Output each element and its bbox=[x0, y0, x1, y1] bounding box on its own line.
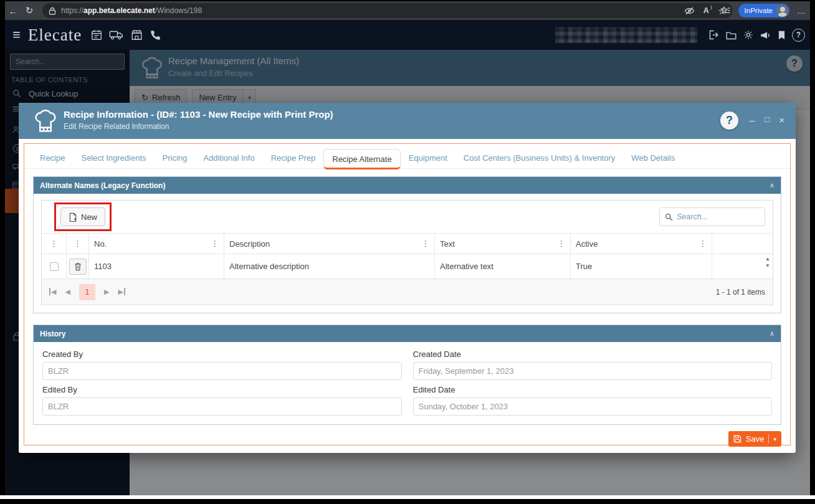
edited-date-input[interactable] bbox=[413, 397, 773, 416]
url-domain: app.beta.elecate.net bbox=[83, 6, 155, 15]
tab-select-ingredients[interactable]: Select Ingredients bbox=[73, 148, 154, 168]
button-divider bbox=[768, 434, 769, 444]
spinner-up-icon[interactable]: ▲ bbox=[765, 257, 770, 262]
column-menu-icon[interactable]: ⋮ bbox=[74, 239, 82, 248]
grid-search-input[interactable] bbox=[677, 212, 760, 221]
browser-refresh-icon[interactable]: ↻ bbox=[21, 5, 37, 16]
tab-equipment[interactable]: Equipment bbox=[401, 148, 455, 168]
trash-icon bbox=[74, 262, 82, 271]
modal-help-button[interactable]: ? bbox=[720, 112, 738, 130]
created-date-input[interactable] bbox=[413, 362, 773, 380]
browser-menu-icon[interactable]: … bbox=[797, 6, 806, 16]
browser-chrome: ← ↻ https://app.beta.elecate.net/Windows… bbox=[5, 1, 810, 20]
sign-out-icon[interactable] bbox=[708, 29, 720, 40]
pager-first-icon[interactable]: ◀ bbox=[49, 288, 56, 296]
column-header-active[interactable]: Active bbox=[576, 239, 598, 249]
inprivate-label: InPrivate bbox=[745, 7, 773, 14]
column-menu-icon[interactable]: ⋮ bbox=[211, 239, 219, 248]
collections-icon[interactable] bbox=[720, 6, 731, 16]
column-header-no[interactable]: No. bbox=[94, 239, 107, 249]
browser-window: ← ↻ https://app.beta.elecate.net/Windows… bbox=[5, 1, 810, 495]
row-checkbox[interactable] bbox=[50, 262, 59, 271]
collapse-chevron-icon[interactable]: ∧ bbox=[770, 181, 774, 189]
column-menu-icon[interactable]: ⋮ bbox=[699, 239, 707, 248]
alternate-names-panel-header[interactable]: Alternate Names (Legacy Function) ∧ bbox=[34, 177, 781, 194]
url-text[interactable]: https://app.beta.elecate.net/Windows/198 bbox=[61, 6, 684, 15]
history-panel-header[interactable]: History ∧ bbox=[34, 325, 781, 342]
read-aloud-icon[interactable]: A bbox=[703, 6, 709, 15]
field-label: Created Date bbox=[413, 349, 773, 359]
delete-row-button[interactable] bbox=[69, 259, 87, 275]
table-row[interactable]: 1103 Alternative description Alternative… bbox=[42, 254, 773, 278]
pager-page-1[interactable]: 1 bbox=[79, 284, 95, 300]
panel-title: History bbox=[40, 330, 65, 338]
megaphone-icon[interactable] bbox=[760, 30, 771, 40]
tab-recipe-prep[interactable]: Recipe Prep bbox=[263, 148, 324, 168]
column-menu-icon[interactable]: ⋮ bbox=[422, 239, 429, 248]
tab-pricing[interactable]: Pricing bbox=[155, 148, 196, 168]
cell-text: Alternative text bbox=[440, 262, 493, 271]
app-navbar: ≡ Elecate bbox=[5, 20, 810, 50]
help-icon[interactable]: ? bbox=[792, 29, 805, 42]
column-menu-icon[interactable]: ⋮ bbox=[50, 239, 58, 248]
search-icon bbox=[665, 213, 673, 221]
pager-prev-icon[interactable]: ◀ bbox=[65, 288, 70, 296]
new-page-icon bbox=[69, 212, 77, 222]
new-button[interactable]: New bbox=[60, 207, 105, 226]
tracking-prevention-icon[interactable] bbox=[684, 6, 695, 16]
browser-back-icon[interactable]: ← bbox=[5, 6, 21, 16]
alternate-names-panel: Alternate Names (Legacy Function) ∧ New bbox=[33, 176, 781, 313]
save-button-label: Save bbox=[746, 434, 765, 444]
bookmark-icon[interactable] bbox=[777, 30, 786, 40]
grid-pager: ◀ ◀ 1 ▶ ▶ 1 - 1 of 1 items bbox=[42, 278, 773, 305]
cell-no: 1103 bbox=[94, 262, 112, 271]
menu-hamburger-icon[interactable]: ≡ bbox=[12, 27, 21, 43]
gear-icon[interactable] bbox=[743, 29, 754, 40]
pager-info: 1 - 1 of 1 items bbox=[716, 288, 765, 297]
storefront-icon[interactable] bbox=[130, 29, 143, 41]
pager-last-icon[interactable]: ▶ bbox=[118, 288, 125, 296]
annotation-highlight-box: New bbox=[54, 202, 112, 231]
save-dropdown-caret-icon[interactable]: ▾ bbox=[773, 436, 776, 442]
tab-recipe[interactable]: Recipe bbox=[32, 148, 73, 168]
floppy-save-icon bbox=[733, 435, 741, 443]
tab-strip: Recipe Select Ingredients Pricing Additi… bbox=[24, 144, 790, 169]
delivery-truck-icon[interactable] bbox=[109, 29, 124, 41]
grid-search-box[interactable] bbox=[659, 207, 765, 226]
new-button-label: New bbox=[81, 212, 97, 222]
column-menu-icon[interactable]: ⋮ bbox=[558, 239, 565, 248]
created-by-input[interactable] bbox=[42, 362, 402, 380]
modal-maximize-icon[interactable]: □ bbox=[765, 115, 770, 124]
site-lock-icon[interactable] bbox=[49, 7, 56, 15]
column-header-description[interactable]: Description bbox=[229, 239, 270, 249]
edited-by-input[interactable] bbox=[42, 397, 402, 416]
column-header-text[interactable]: Text bbox=[440, 239, 455, 249]
save-row: Save ▾ bbox=[24, 425, 790, 447]
tab-additional-info[interactable]: Additional Info bbox=[195, 148, 262, 168]
tab-cost-centers[interactable]: Cost Centers (Business Units) & Inventor… bbox=[455, 148, 623, 168]
modal-header[interactable]: Recipe Information - (ID#: 1103 - New Re… bbox=[19, 103, 796, 139]
modal-minimize-icon[interactable]: – bbox=[750, 115, 755, 125]
phone-icon[interactable] bbox=[150, 29, 161, 41]
pager-next-icon[interactable]: ▶ bbox=[104, 288, 109, 296]
modal-close-icon[interactable]: × bbox=[779, 115, 784, 125]
folder-icon[interactable] bbox=[725, 30, 737, 40]
collapse-chevron-icon[interactable]: ∧ bbox=[770, 330, 774, 338]
inprivate-badge[interactable]: InPrivate bbox=[738, 4, 789, 17]
address-bar[interactable]: https://app.beta.elecate.net/Windows/198… bbox=[42, 3, 733, 18]
redacted-username bbox=[555, 27, 697, 43]
scroll-spinner[interactable]: ▲ ▼ bbox=[765, 257, 770, 269]
url-scheme: https:// bbox=[61, 6, 83, 15]
save-button[interactable]: Save ▾ bbox=[728, 431, 781, 447]
spinner-down-icon[interactable]: ▼ bbox=[765, 264, 770, 269]
cell-active: True bbox=[576, 262, 592, 271]
tab-recipe-alternate[interactable]: Recipe Alternate bbox=[323, 149, 400, 169]
field-created-by: Created By bbox=[42, 349, 402, 380]
field-label: Created By bbox=[42, 349, 402, 359]
tab-web-details[interactable]: Web Details bbox=[623, 148, 683, 168]
modal-content: Recipe Select Ingredients Pricing Additi… bbox=[24, 143, 791, 445]
field-label: Edited Date bbox=[413, 385, 773, 394]
profile-avatar[interactable] bbox=[776, 5, 788, 17]
brand-logo[interactable]: Elecate bbox=[28, 26, 82, 45]
calendar-icon[interactable] bbox=[90, 29, 103, 41]
